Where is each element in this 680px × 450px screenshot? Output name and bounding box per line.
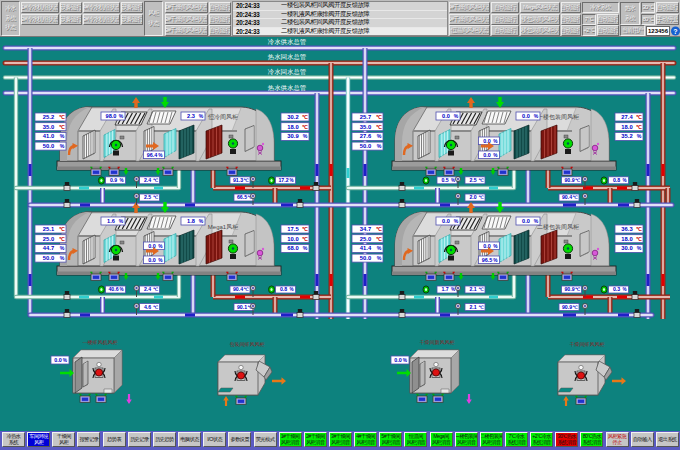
svg-text:66.5: 66.5 (237, 194, 247, 200)
svg-text:2.0: 2.0 (469, 194, 476, 200)
svg-text:Mega1风柜: Mega1风柜 (208, 224, 238, 230)
svg-text:℃: ℃ (376, 236, 382, 242)
svg-text:90.9: 90.9 (564, 286, 574, 292)
svg-text:℃: ℃ (575, 287, 580, 292)
svg-text:℃: ℃ (302, 124, 308, 130)
svg-text:冷水回水总管: 冷水回水总管 (268, 68, 307, 76)
svg-text:96.5: 96.5 (482, 257, 493, 263)
svg-text:℃: ℃ (575, 178, 580, 183)
svg-text:%: % (451, 178, 455, 183)
svg-text:41.0: 41.0 (43, 133, 54, 139)
svg-text:0.0: 0.0 (148, 243, 156, 249)
svg-text:℃: ℃ (153, 178, 158, 183)
svg-text:℃: ℃ (572, 195, 577, 200)
svg-text:%: % (60, 255, 65, 261)
svg-text:℃: ℃ (243, 287, 248, 292)
svg-text:℃: ℃ (153, 195, 158, 200)
svg-text:%: % (60, 245, 65, 251)
svg-text:2.4: 2.4 (144, 177, 151, 183)
svg-text:一楼排风机风柜: 一楼排风机风柜 (83, 339, 118, 345)
svg-text:25.0: 25.0 (43, 236, 54, 242)
svg-text:0.0: 0.0 (522, 113, 530, 119)
svg-text:℃: ℃ (302, 226, 308, 232)
svg-text:0.0: 0.0 (442, 218, 450, 224)
svg-text:%: % (403, 358, 408, 363)
svg-text:68.0: 68.0 (287, 245, 298, 251)
svg-text:40.6: 40.6 (108, 286, 118, 292)
svg-text:27.6: 27.6 (360, 133, 372, 139)
svg-text:25.7: 25.7 (360, 114, 371, 120)
svg-text:℃: ℃ (478, 305, 483, 310)
svg-text:冷水供水总管: 冷水供水总管 (268, 38, 307, 46)
svg-text:18.0: 18.0 (621, 124, 632, 130)
svg-text:0.0: 0.0 (483, 138, 491, 144)
svg-text:%: % (377, 143, 382, 149)
svg-text:0.9: 0.9 (110, 177, 117, 183)
svg-text:18.0: 18.0 (621, 236, 632, 242)
svg-text:2.3: 2.3 (187, 113, 195, 119)
svg-text:℃: ℃ (478, 195, 483, 200)
svg-text:℃: ℃ (636, 226, 642, 232)
svg-text:18.0: 18.0 (287, 124, 298, 130)
svg-text:17.5: 17.5 (287, 226, 299, 232)
svg-text:1.7: 1.7 (441, 286, 448, 292)
svg-text:%: % (158, 244, 163, 249)
svg-text:%: % (637, 245, 642, 251)
svg-text:恒冷间风柜: 恒冷间风柜 (207, 114, 238, 121)
svg-text:25.2: 25.2 (43, 114, 54, 120)
svg-text:%: % (637, 133, 642, 139)
svg-text:98.0: 98.0 (106, 113, 117, 119)
svg-text:90.9: 90.9 (564, 177, 574, 183)
svg-text:2.5: 2.5 (144, 194, 151, 200)
svg-text:0.3: 0.3 (613, 286, 620, 292)
svg-text:30.2: 30.2 (287, 114, 298, 120)
svg-text:%: % (119, 287, 123, 292)
svg-text:%: % (119, 178, 123, 183)
svg-text:%: % (199, 218, 204, 224)
svg-text:℃: ℃ (636, 236, 642, 242)
svg-text:干燥间排风风柜: 干燥间排风风柜 (570, 341, 605, 348)
svg-text:0.0: 0.0 (54, 357, 62, 363)
svg-text:1.6: 1.6 (107, 218, 115, 224)
svg-text:%: % (493, 153, 498, 158)
svg-text:0.5: 0.5 (441, 177, 448, 183)
svg-text:2.1: 2.1 (469, 304, 476, 310)
svg-text:?: ? (673, 28, 677, 35)
svg-text:℃: ℃ (243, 178, 248, 183)
svg-text:℃: ℃ (59, 124, 65, 130)
svg-text:0.8: 0.8 (280, 286, 287, 292)
svg-text:%: % (119, 218, 124, 224)
svg-text:热水供水总管: 热水供水总管 (268, 84, 307, 92)
svg-text:10.0: 10.0 (287, 236, 298, 242)
svg-text:%: % (493, 244, 498, 249)
svg-text:%: % (289, 178, 293, 183)
svg-text:%: % (377, 245, 382, 251)
svg-text:℃: ℃ (572, 305, 577, 310)
svg-text:℃: ℃ (302, 236, 308, 242)
svg-text:2.4: 2.4 (144, 286, 151, 292)
svg-text:0.0: 0.0 (483, 152, 491, 158)
svg-text:%: % (60, 143, 65, 149)
svg-text:90.4: 90.4 (233, 286, 243, 292)
svg-text:30.9: 30.9 (287, 133, 299, 139)
svg-text:%: % (534, 113, 539, 119)
svg-text:%: % (622, 178, 626, 183)
svg-text:%: % (622, 287, 626, 292)
svg-text:4.6: 4.6 (144, 304, 151, 310)
svg-text:%: % (377, 255, 382, 261)
svg-text:%: % (158, 153, 163, 158)
svg-text:℃: ℃ (376, 124, 382, 130)
svg-text:2.1: 2.1 (469, 286, 476, 292)
svg-text:℃: ℃ (59, 226, 65, 232)
svg-text:50.0: 50.0 (43, 255, 54, 261)
svg-text:35.0: 35.0 (360, 124, 371, 130)
svg-text:%: % (493, 139, 498, 144)
svg-text:34.7: 34.7 (360, 226, 371, 232)
svg-text:1.8: 1.8 (187, 218, 195, 224)
svg-text:0.0: 0.0 (522, 218, 530, 224)
svg-text:0.0: 0.0 (483, 243, 491, 249)
svg-text:℃: ℃ (302, 114, 308, 120)
svg-text:17.2: 17.2 (278, 177, 288, 183)
svg-text:一楼包装间风柜: 一楼包装间风柜 (537, 114, 579, 121)
svg-text:91.3: 91.3 (233, 177, 243, 183)
